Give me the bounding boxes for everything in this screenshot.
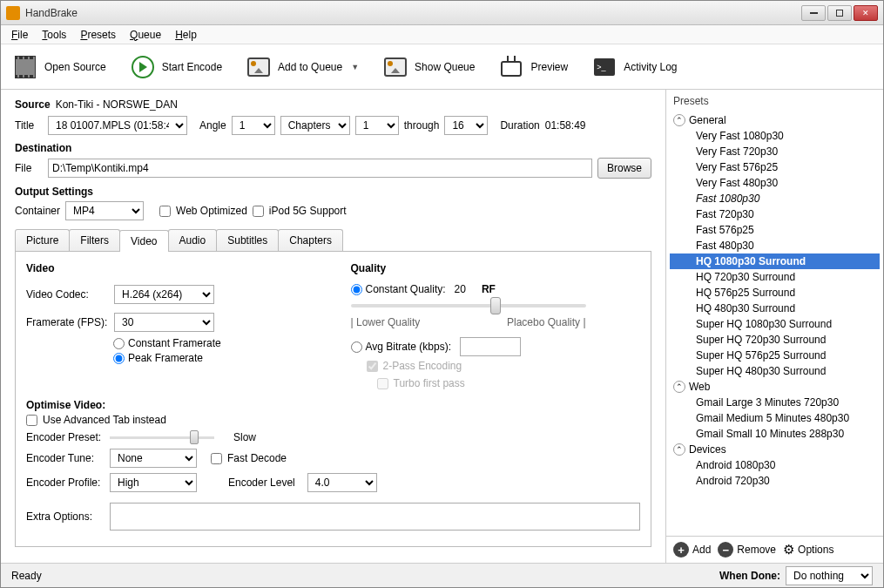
avg-bitrate-input[interactable] (460, 337, 521, 356)
encoder-preset-label: Encoder Preset: (26, 431, 105, 443)
angle-select[interactable]: 1 (232, 116, 275, 135)
avg-bitrate-radio[interactable]: Avg Bitrate (kbps): (351, 337, 641, 356)
minimize-button[interactable] (801, 5, 826, 21)
through-label: through (404, 119, 440, 132)
preset-group-label: General (689, 114, 726, 126)
encoder-tune-select[interactable]: None (110, 449, 197, 468)
preset-item[interactable]: Gmail Large 3 Minutes 720p30 (670, 395, 880, 410)
range-type-select[interactable]: Chapters (280, 116, 350, 135)
constant-framerate-radio[interactable]: Constant Framerate (113, 337, 316, 349)
fast-decode-check[interactable]: Fast Decode (211, 452, 287, 464)
presets-panel: Presets ⌃GeneralVery Fast 1080p30Very Fa… (665, 90, 883, 563)
film-icon (15, 56, 36, 78)
preset-item[interactable]: Gmail Small 10 Minutes 288p30 (670, 426, 880, 442)
encoder-preset-slider[interactable] (110, 436, 214, 439)
close-button[interactable]: ✕ (854, 5, 878, 21)
main-panel: Source Kon-Tiki - NORSWE_DAN Title 18 01… (1, 90, 665, 563)
menu-presets[interactable]: Presets (73, 26, 123, 44)
tab-chapters[interactable]: Chapters (278, 229, 343, 251)
preset-item[interactable]: HQ 480p30 Surround (670, 301, 880, 316)
browse-button[interactable]: Browse (597, 158, 651, 179)
preset-item[interactable]: Fast 480p30 (670, 238, 880, 253)
fps-label: Framerate (FPS): (26, 316, 109, 328)
minus-icon (718, 542, 733, 558)
gear-icon: ⚙ (783, 542, 794, 558)
web-optimized-check[interactable]: Web Optimized (159, 205, 247, 217)
encoder-profile-label: Encoder Profile: (26, 476, 105, 489)
window-title: HandBrake (25, 7, 801, 19)
when-done-select[interactable]: Do nothing (786, 566, 873, 585)
chapter-to-select[interactable]: 16 (444, 116, 488, 135)
preset-item[interactable]: Very Fast 480p30 (670, 175, 880, 191)
preset-item[interactable]: HQ 576p25 Surround (670, 285, 880, 301)
destination-input[interactable] (48, 159, 592, 178)
tab-filters[interactable]: Filters (69, 229, 120, 251)
codec-select[interactable]: H.264 (x264) (114, 285, 214, 304)
peak-framerate-radio[interactable]: Peak Framerate (113, 352, 316, 364)
fps-select[interactable]: 30 (114, 313, 214, 332)
advanced-tab-check[interactable]: Use Advanced Tab instead (26, 414, 640, 426)
preset-item[interactable]: Very Fast 1080p30 (670, 128, 880, 144)
preset-item[interactable]: Fast 720p30 (670, 206, 880, 222)
extra-options-input[interactable] (110, 503, 640, 531)
title-label: Title (15, 119, 43, 132)
constant-quality-radio[interactable]: Constant Quality: 20 RF (351, 283, 641, 295)
chapter-from-select[interactable]: 1 (355, 116, 399, 135)
ipod-check[interactable]: iPod 5G Support (253, 205, 347, 217)
preset-group-general[interactable]: ⌃General (670, 112, 880, 128)
queue-add-icon (247, 57, 270, 77)
encoder-level-select[interactable]: 4.0 (307, 473, 377, 492)
open-source-button[interactable]: Open Source (8, 51, 111, 83)
plus-icon (673, 542, 689, 558)
preset-item[interactable]: Very Fast 576p25 (670, 159, 880, 175)
statusbar: Ready When Done: Do nothing (1, 563, 883, 587)
menu-queue[interactable]: Queue (123, 26, 168, 44)
show-queue-button[interactable]: Show Queue (378, 51, 480, 83)
preset-item[interactable]: Super HQ 1080p30 Surround (670, 316, 880, 332)
duration-value: 01:58:49 (545, 119, 586, 132)
preview-button[interactable]: Preview (494, 51, 573, 83)
add-queue-button[interactable]: Add to Queue ▼ (241, 51, 364, 83)
preset-options-button[interactable]: ⚙Options (783, 542, 833, 558)
preset-add-button[interactable]: Add (673, 542, 711, 558)
encoder-tune-label: Encoder Tune: (26, 452, 105, 464)
menu-file[interactable]: File (4, 26, 35, 44)
title-select[interactable]: 18 01007.MPLS (01:58:48) (48, 116, 187, 135)
encoder-profile-select[interactable]: High (110, 473, 197, 492)
encoder-level-label: Encoder Level (228, 476, 295, 489)
preset-item[interactable]: Android 720p30 (670, 473, 880, 489)
preset-item[interactable]: HQ 720p30 Surround (670, 269, 880, 285)
preset-item[interactable]: Android 1080p30 (670, 457, 880, 473)
tab-video[interactable]: Video (119, 230, 168, 252)
container-select[interactable]: MP4 (65, 201, 144, 220)
preset-item[interactable]: Fast 1080p30 (670, 191, 880, 206)
angle-label: Angle (199, 119, 226, 132)
start-encode-button[interactable]: Start Encode (125, 51, 227, 83)
menu-help[interactable]: Help (168, 26, 204, 44)
preset-item[interactable]: Super HQ 480p30 Surround (670, 363, 880, 379)
preset-item[interactable]: Super HQ 576p25 Surround (670, 348, 880, 363)
preset-group-web[interactable]: ⌃Web (670, 379, 880, 395)
preset-item[interactable]: Fast 576p25 (670, 222, 880, 238)
queue-icon (384, 57, 407, 77)
activity-log-button[interactable]: Activity Log (587, 51, 682, 83)
add-queue-label: Add to Queue (278, 61, 342, 73)
rf-label: RF (482, 283, 496, 295)
preset-item[interactable]: HQ 1080p30 Surround (670, 253, 880, 269)
app-icon (6, 6, 20, 20)
preset-item[interactable]: Gmail Medium 5 Minutes 480p30 (670, 410, 880, 426)
chevron-up-icon: ⌃ (673, 114, 685, 126)
tab-subtitles[interactable]: Subtitles (216, 229, 279, 251)
tab-picture[interactable]: Picture (15, 229, 70, 251)
preset-item[interactable]: Super HQ 720p30 Surround (670, 332, 880, 348)
preset-remove-button[interactable]: Remove (718, 542, 776, 558)
preset-item[interactable]: Very Fast 720p30 (670, 144, 880, 159)
quality-slider[interactable] (351, 304, 586, 308)
menu-tools[interactable]: Tools (35, 26, 73, 44)
preset-group-devices[interactable]: ⌃Devices (670, 442, 880, 457)
video-section-label: Video (26, 262, 316, 274)
maximize-button[interactable] (827, 5, 852, 21)
preset-tree[interactable]: ⌃GeneralVery Fast 1080p30Very Fast 720p3… (666, 109, 883, 536)
tab-audio[interactable]: Audio (168, 229, 218, 251)
cq-value: 20 (455, 283, 466, 295)
